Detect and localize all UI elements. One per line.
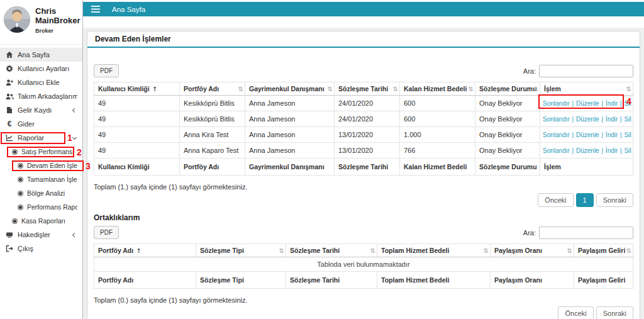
col-sozlesme-tarihi[interactable]: Sözleşme Tarihi⇅	[286, 244, 377, 257]
profile-name-line2: MainBroker	[35, 16, 80, 25]
table-row: 49 Kesikköprü Bitlis Anna Jameson 24/01/…	[94, 111, 633, 127]
search-label: Ara:	[523, 67, 536, 75]
ongoing-summary: Toplam (1.) sayfa içinde (1) sayfayı gör…	[94, 183, 633, 191]
dot-circle-icon	[18, 163, 23, 169]
sonlandir-link[interactable]: Sonlandır	[543, 147, 570, 154]
search-label: Ara:	[523, 229, 536, 237]
sidebar-item-performans-raporu[interactable]: Performans Raporu	[0, 200, 82, 214]
pdf-button[interactable]: PDF	[94, 226, 119, 239]
search-input[interactable]	[539, 227, 633, 239]
col-sozlesme-tipi[interactable]: Sözleşme Tipi⇅	[196, 244, 286, 257]
hamburger-menu-icon[interactable]	[83, 2, 108, 16]
col-sozlesme-tarihi[interactable]: Sözleşme Tarihi⇅	[335, 82, 400, 96]
table-row: 49 Anna Kira Test Anna Jameson 13/01/202…	[94, 127, 633, 143]
sidebar: Chris MainBroker Broker Ana Sayfa Kullan…	[0, 0, 83, 319]
indir-link[interactable]: İndir	[606, 147, 618, 154]
sil-link[interactable]: Sil	[624, 100, 631, 107]
sort-icon: ⇅	[533, 86, 538, 92]
sonlandir-link[interactable]: Sonlandır	[543, 132, 570, 138]
user-plus-icon	[5, 79, 14, 86]
ongoing-toolbar: PDF Ara:	[94, 64, 633, 77]
partnerships-title: Ortaklıklarım	[94, 213, 633, 222]
chevron-left-icon	[72, 108, 77, 112]
col-paylasim-orani[interactable]: Paylaşım Oranı⇅	[491, 244, 574, 257]
sidebar-item-cikis[interactable]: Çıkış	[0, 242, 82, 255]
content-area: Devam Eden İşlemler PDF Ara:	[83, 16, 644, 319]
search-input[interactable]	[539, 65, 633, 77]
dot-circle-icon	[12, 149, 18, 155]
col-kullanici-kimligi[interactable]: Kullanıcı Kimliği↑	[94, 82, 180, 96]
next-button[interactable]: Sonraki	[596, 193, 633, 207]
empty-table-message: Tabloda veri bulunmamaktadır	[94, 257, 633, 272]
indir-link[interactable]: İndir	[606, 132, 618, 138]
sidebar-item-gelir-kaydi[interactable]: Gelir Kaydı	[0, 103, 82, 117]
sidebar-item-kullanici-ekle[interactable]: Kullanıcı Ekle	[0, 76, 82, 89]
col-paylasim-geliri[interactable]: Paylaşım Geliri⇅	[574, 244, 633, 257]
ongoing-header-row: Kullanıcı Kimliği↑ Portföy Adı⇅ Gayrimen…	[94, 82, 633, 96]
sidebar-menu: Ana Sayfa Kullanıcı Ayarları Kullanıcı E…	[0, 45, 82, 255]
previous-button[interactable]: Önceki	[538, 193, 573, 207]
sign-out-icon	[5, 245, 14, 252]
sidebar-item-bolge-analizi[interactable]: Bölge Analizi	[0, 186, 82, 200]
col-portfoy-adi[interactable]: Portföy Adı↑	[94, 244, 196, 257]
sidebar-item-kullanici-ayarlari[interactable]: Kullanıcı Ayarları	[0, 62, 82, 76]
dot-circle-icon	[18, 204, 23, 210]
sidebar-item-hakedisler[interactable]: Hakedişler	[0, 228, 82, 242]
row-actions: Sonlandır | Düzenle | İndir | Sil	[540, 143, 633, 159]
avatar	[4, 6, 30, 33]
sidebar-item-tamamlanan-islemler[interactable]: Tamamlanan İşlemler	[0, 172, 82, 186]
sidebar-item-devam-eden-islemler[interactable]: Devam Eden İşlemler	[0, 159, 82, 172]
sort-icon: ⇅	[626, 247, 631, 254]
sonlandir-link[interactable]: Sonlandır	[543, 100, 570, 107]
partnerships-toolbar: PDF Ara:	[94, 226, 633, 239]
sidebar-item-satis-performansi[interactable]: Satış Performansı	[0, 145, 82, 159]
col-toplam-hizmet-bedeli[interactable]: Toplam Hizmet Bedeli⇅	[377, 244, 491, 257]
document-icon	[5, 106, 14, 114]
card-icon	[5, 231, 14, 238]
sil-link[interactable]: Sil	[624, 116, 631, 123]
indir-link[interactable]: İndir	[606, 100, 618, 107]
sort-icon: ⇅	[567, 247, 572, 254]
sort-icon: ⇅	[279, 247, 284, 254]
sil-link[interactable]: Sil	[624, 132, 631, 138]
ongoing-search: Ara:	[523, 65, 633, 77]
duzenle-link[interactable]: Düzenle	[576, 132, 599, 138]
col-islem[interactable]: İşlem⇅	[540, 82, 633, 96]
main-card: Devam Eden İşlemler PDF Ara:	[87, 31, 640, 319]
ongoing-footer-row: Kullanıcı Kimliği Portföy Adı Gayrimenku…	[94, 159, 633, 176]
sil-link[interactable]: Sil	[624, 147, 631, 154]
profile-text: Chris MainBroker Broker	[35, 6, 80, 38]
col-sozlesme-durumu[interactable]: Sözleşme Durumu⇅	[475, 82, 540, 96]
sort-icon: ⇅	[626, 86, 631, 92]
duzenle-link[interactable]: Düzenle	[576, 100, 599, 107]
duzenle-link[interactable]: Düzenle	[576, 116, 599, 123]
sort-icon: ⇅	[469, 86, 474, 92]
col-gayrimenkul-danismani[interactable]: Gayrimenkul Danışmanı⇅	[245, 82, 335, 96]
sidebar-item-kasa-raporlari[interactable]: Kasa Raporları	[0, 214, 82, 228]
sidebar-item-gider[interactable]: € Gider	[0, 117, 82, 131]
sidebar-item-ana-sayfa[interactable]: Ana Sayfa	[0, 48, 82, 62]
partnerships-summary: Toplam (0.) sayfa içinde (1) sayfayı gör…	[94, 296, 633, 304]
sidebar-item-takim-arkadaslarim[interactable]: Takım Arkadaşlarım	[0, 89, 82, 103]
profile-section: Chris MainBroker Broker	[0, 0, 82, 45]
duzenle-link[interactable]: Düzenle	[576, 147, 599, 154]
indir-link[interactable]: İndir	[606, 116, 618, 123]
col-portfoy-adi[interactable]: Portföy Adı⇅	[180, 82, 245, 96]
table-row: 49 Anna Kaparo Test Anna Jameson 13/01/2…	[94, 143, 633, 159]
sonlandir-link[interactable]: Sonlandır	[543, 116, 570, 123]
gear-icon	[5, 65, 14, 72]
row-actions: Sonlandır | Düzenle | İndir | Sil	[540, 127, 633, 143]
next-button[interactable]: Sonraki	[596, 306, 633, 319]
previous-button[interactable]: Önceki	[558, 306, 593, 319]
partnerships-footer-row: Portföy Adı Sözleşme Tipi Sözleşme Tarih…	[94, 272, 633, 289]
page-1-button[interactable]: 1	[576, 193, 594, 207]
dot-circle-icon	[12, 218, 18, 224]
partnerships-pagination: Önceki Sonraki	[94, 306, 633, 319]
profile-name-line1: Chris	[35, 6, 80, 16]
content-header-strip	[83, 16, 644, 28]
users-icon	[5, 92, 14, 100]
sidebar-item-raporlar[interactable]: Raporlar	[0, 131, 82, 145]
partnerships-table: Portföy Adı↑ Sözleşme Tipi⇅ Sözleşme Tar…	[94, 243, 633, 289]
pdf-button[interactable]: PDF	[94, 64, 119, 77]
col-kalan-hizmet-bedeli[interactable]: Kalan Hizmet Bedeli⇅	[400, 82, 475, 96]
